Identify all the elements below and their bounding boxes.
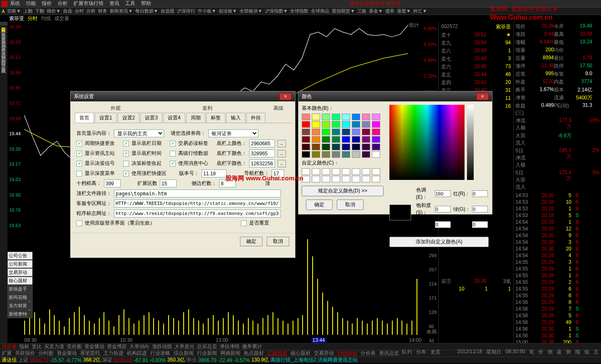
sat-input[interactable]: [435, 206, 451, 212]
news-btn[interactable]: 交易异动: [8, 268, 33, 276]
left-tab[interactable]: 分时走势: [0, 22, 8, 25]
info-tab[interactable]: 关联报价: [15, 350, 35, 357]
toolbar-item[interactable]: 基金▼: [369, 8, 383, 13]
color-swatch[interactable]: [302, 136, 310, 143]
news-btn[interactable]: 新操盘手: [8, 285, 33, 293]
tab-avg[interactable]: 均线: [41, 15, 51, 22]
prog-input[interactable]: [114, 210, 281, 217]
custom-swatch[interactable]: [352, 168, 360, 175]
color-top-btn[interactable]: ..: [278, 140, 286, 147]
color-swatch[interactable]: [302, 114, 310, 120]
toolbar-item[interactable]: 自选股: [161, 8, 174, 13]
custom-swatch[interactable]: [362, 168, 370, 175]
info-tab[interactable]: 资讯总览: [379, 350, 399, 357]
indicator-tab[interactable]: 资金博弈: [107, 343, 127, 350]
color-swatch[interactable]: [312, 136, 320, 143]
color-swatch[interactable]: [362, 121, 370, 128]
color-swatch[interactable]: [332, 129, 340, 135]
toolbar-item[interactable]: 财务: [98, 8, 107, 13]
left-tab[interactable]: 分时明细: [0, 56, 8, 59]
color-top-input[interactable]: [249, 139, 275, 147]
info-tab[interactable]: 主题投资: [267, 350, 287, 357]
info-tab[interactable]: 核心题材: [290, 350, 311, 357]
color-swatch[interactable]: [302, 121, 310, 128]
color-swatch[interactable]: [312, 144, 320, 150]
menu-item[interactable]: 扩展市场行情: [73, 0, 104, 7]
menu-item[interactable]: 工具: [125, 0, 135, 7]
settings-tab[interactable]: 周期: [186, 113, 205, 123]
cb-collapse[interactable]: [123, 161, 129, 167]
luminance-slider[interactable]: [467, 105, 474, 180]
color-swatch[interactable]: [352, 114, 360, 120]
toolbar-item[interactable]: 沪深指数▼: [265, 8, 288, 13]
add-custom-button[interactable]: 添加到自定义颜色(A): [389, 237, 489, 247]
color-swatch[interactable]: [342, 144, 350, 150]
left-nav-tabs[interactable]: 分时走势技术分析基本资料财务透视东财资讯东财深度操盘手核心题材交易劲动分时明细分…: [0, 22, 8, 343]
color-swatch[interactable]: [352, 136, 360, 143]
left-tab[interactable]: 日线报表: [0, 63, 8, 67]
color-swatch[interactable]: [372, 151, 380, 158]
left-tab[interactable]: 交易劲动: [0, 52, 8, 56]
color-bot-btn[interactable]: ..: [278, 150, 286, 157]
color-swatch[interactable]: [362, 144, 370, 150]
settings-tab[interactable]: 设置1: [95, 113, 117, 123]
main-menu[interactable]: 系统功能报价分析扩展市场行情资讯工具帮助: [10, 0, 151, 7]
settings-tab[interactable]: 外挂: [246, 113, 265, 123]
settings-tab[interactable]: 首页: [75, 113, 94, 123]
color-txt-input[interactable]: [249, 159, 275, 167]
custom-swatch[interactable]: [352, 176, 360, 182]
indicator-tab[interactable]: 大单动向: [129, 343, 149, 350]
color-cancel-button[interactable]: 取消: [337, 200, 364, 210]
info-tab[interactable]: 分时图: [38, 350, 53, 357]
custom-swatch[interactable]: [332, 176, 340, 182]
color-swatch[interactable]: [332, 114, 340, 120]
color-swatch[interactable]: [352, 129, 360, 135]
color-swatch[interactable]: [352, 151, 360, 158]
settings-tab[interactable]: 输入: [226, 113, 245, 123]
menu-item[interactable]: 报价: [42, 0, 52, 7]
cb-depth[interactable]: [76, 171, 82, 177]
tab-volume[interactable]: 成交量: [54, 15, 69, 22]
toolbar-item[interactable]: 股指期货▼: [332, 8, 355, 13]
toolbar-item[interactable]: 三板: [357, 8, 366, 13]
indicator-tab[interactable]: 竞价图: [67, 343, 82, 350]
color-swatch[interactable]: [312, 151, 320, 158]
indicator-tab[interactable]: 涨跌动因: [152, 343, 172, 350]
left-tab[interactable]: 东财资讯: [0, 37, 8, 40]
status-tab[interactable]: 龙宽: [430, 349, 440, 356]
color-swatch[interactable]: [342, 121, 350, 128]
cb-period[interactable]: ✓: [76, 141, 82, 147]
toolbar-item[interactable]: 切换▼: [7, 8, 21, 13]
custom-swatch[interactable]: [372, 176, 380, 182]
broker-select[interactable]: 银河证券: [208, 129, 258, 137]
menu-item[interactable]: 系统: [10, 0, 20, 7]
status-tab[interactable]: 主: [593, 349, 598, 356]
toolbar-item[interactable]: 债券: [385, 8, 394, 13]
layout-button[interactable]: 布局: [427, 329, 437, 336]
cb-reset[interactable]: [241, 220, 247, 226]
red-input[interactable]: [472, 190, 488, 197]
cb-date[interactable]: ✓: [123, 141, 129, 147]
toolbar-item[interactable]: 分时: [75, 8, 84, 13]
custom-swatch[interactable]: [372, 168, 380, 175]
info-tab[interactable]: 网摘新闻: [220, 350, 240, 357]
status-tab[interactable]: 队列: [402, 349, 412, 356]
news-btn[interactable]: 东方财富: [8, 302, 33, 310]
cb-msg[interactable]: ✓: [170, 161, 176, 167]
tenh-input[interactable]: [104, 179, 121, 187]
info-tab[interactable]: 扩展: [2, 350, 12, 357]
toolbar-item[interactable]: 上翻: [23, 8, 33, 13]
info-tab[interactable]: 资金驱动: [57, 350, 77, 357]
news-btn[interactable]: 核心题材: [8, 277, 33, 285]
cb-time[interactable]: ✓: [123, 151, 129, 157]
color-swatch[interactable]: [362, 136, 370, 143]
settings-tab[interactable]: 设置3: [140, 113, 162, 123]
left-tab[interactable]: 基本资料: [0, 29, 8, 33]
indicator-tab[interactable]: 总买总卖: [197, 343, 217, 350]
color-swatch[interactable]: [362, 151, 370, 158]
info-tab[interactable]: 行业新闻: [197, 350, 217, 357]
info-tab[interactable]: 分价表: [361, 350, 376, 357]
settings-tab[interactable]: 标签: [206, 113, 225, 123]
left-tab[interactable]: 核心题材: [0, 48, 8, 52]
toolbar-item[interactable]: 沪深排行: [177, 8, 195, 13]
